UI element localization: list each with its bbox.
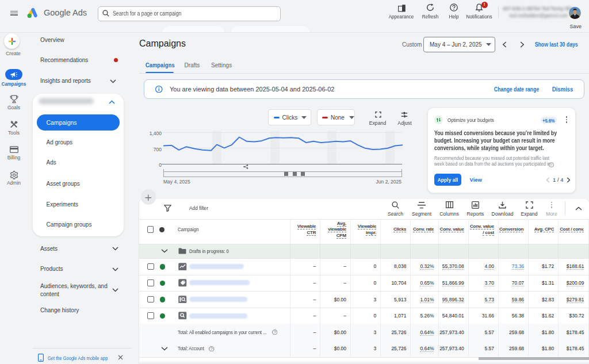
svg-text:?: ?	[550, 163, 553, 167]
svg-text:?: ?	[211, 347, 213, 351]
svg-text:?: ?	[273, 330, 276, 334]
